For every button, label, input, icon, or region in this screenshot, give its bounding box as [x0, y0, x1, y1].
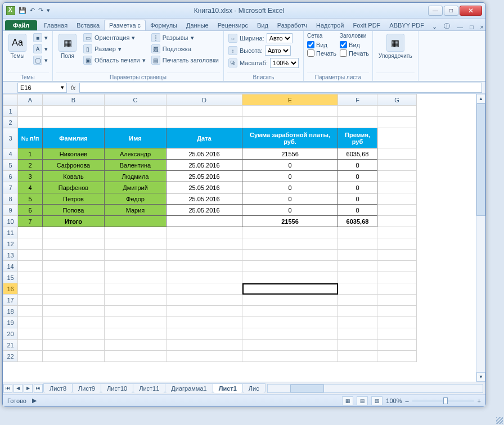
- cell-E5[interactable]: 0: [242, 160, 338, 171]
- tab-7[interactable]: Разработч: [273, 20, 312, 30]
- row-header-15[interactable]: 15: [3, 272, 18, 283]
- cell-B22[interactable]: [43, 351, 105, 362]
- zoom-slider[interactable]: [412, 400, 474, 402]
- minimize-button[interactable]: —: [428, 6, 443, 16]
- cell-B8[interactable]: Петров: [43, 193, 105, 205]
- cell-D21[interactable]: [166, 340, 242, 351]
- cell-B2[interactable]: [43, 117, 105, 128]
- tab-4[interactable]: Данные: [182, 20, 213, 30]
- vertical-scrollbar[interactable]: ▲ ▼: [476, 94, 485, 382]
- cell-C3[interactable]: Имя: [105, 128, 166, 148]
- cell-D18[interactable]: [166, 306, 242, 317]
- row-header-18[interactable]: 18: [3, 306, 18, 317]
- cell-E3[interactable]: Сумма заработной платы, руб.: [242, 128, 338, 148]
- cell-G1[interactable]: [377, 106, 417, 117]
- grid-area[interactable]: ABCDEFG123№ п/пФамилияИмяДатаСумма зараб…: [3, 94, 485, 382]
- row-header-12[interactable]: 12: [3, 238, 18, 250]
- cell-A18[interactable]: [18, 306, 43, 317]
- view-normal-button[interactable]: ▦: [342, 396, 353, 405]
- cell-E14[interactable]: [242, 261, 338, 272]
- cell-A13[interactable]: [18, 250, 43, 261]
- cell-G8[interactable]: [377, 193, 417, 205]
- cell-B21[interactable]: [43, 340, 105, 351]
- tab-5[interactable]: Рецензирс: [213, 20, 253, 30]
- cell-F10[interactable]: 6035,68: [338, 216, 377, 227]
- cell-F3[interactable]: Премия, руб: [338, 128, 377, 148]
- cell-A2[interactable]: [18, 117, 43, 128]
- width-select[interactable]: Авто: [267, 33, 292, 43]
- cell-B9[interactable]: Попова: [43, 205, 105, 216]
- cell-A6[interactable]: 3: [18, 171, 43, 182]
- row-header-17[interactable]: 17: [3, 295, 18, 306]
- headings-view-checkbox[interactable]: Вид: [340, 41, 369, 48]
- cell-E2[interactable]: [242, 117, 338, 128]
- cell-A9[interactable]: 6: [18, 205, 43, 216]
- cell-C21[interactable]: [105, 340, 166, 351]
- cell-B10[interactable]: Итого: [43, 216, 105, 227]
- vscroll-thumb[interactable]: [476, 103, 485, 216]
- row-header-4[interactable]: 4: [3, 148, 18, 160]
- cell-A12[interactable]: [18, 238, 43, 250]
- cell-E19[interactable]: [242, 317, 338, 328]
- cell-G3[interactable]: [377, 128, 417, 148]
- row-header-13[interactable]: 13: [3, 250, 18, 261]
- cell-D5[interactable]: 25.05.2016: [166, 160, 242, 171]
- breaks-button[interactable]: ┊Разрывы ▾: [150, 33, 220, 43]
- cell-G16[interactable]: [377, 283, 417, 295]
- cell-B4[interactable]: Николаев: [43, 148, 105, 160]
- cell-A15[interactable]: [18, 272, 43, 283]
- cell-B5[interactable]: Сафронова: [43, 160, 105, 171]
- row-header-16[interactable]: 16: [3, 283, 18, 295]
- cell-G2[interactable]: [377, 117, 417, 128]
- cell-C14[interactable]: [105, 261, 166, 272]
- cell-A7[interactable]: 4: [18, 182, 43, 193]
- cell-B11[interactable]: [43, 227, 105, 238]
- maximize-button[interactable]: □: [444, 6, 458, 16]
- cell-C7[interactable]: Дмитрий: [105, 182, 166, 193]
- cell-A19[interactable]: [18, 317, 43, 328]
- row-header-20[interactable]: 20: [3, 328, 18, 340]
- cell-E6[interactable]: 0: [242, 171, 338, 182]
- view-layout-button[interactable]: ▤: [357, 396, 368, 405]
- row-header-22[interactable]: 22: [3, 351, 18, 362]
- cell-F17[interactable]: [338, 295, 377, 306]
- sheet-tab-0[interactable]: Лист8: [43, 383, 73, 393]
- cell-F21[interactable]: [338, 340, 377, 351]
- sheet-tab-3[interactable]: Лист11: [133, 383, 165, 393]
- cell-D11[interactable]: [166, 227, 242, 238]
- sheet-nav-prev-icon[interactable]: ◀: [14, 384, 22, 393]
- cell-G4[interactable]: [377, 148, 417, 160]
- row-header-14[interactable]: 14: [3, 261, 18, 272]
- resize-grip-icon[interactable]: [496, 417, 503, 424]
- size-button[interactable]: ▯Размер ▾: [82, 44, 147, 54]
- cell-A3[interactable]: № п/п: [18, 128, 43, 148]
- row-header-6[interactable]: 6: [3, 171, 18, 182]
- cell-A21[interactable]: [18, 340, 43, 351]
- cell-C16[interactable]: [105, 283, 166, 295]
- cell-G19[interactable]: [377, 317, 417, 328]
- cell-E18[interactable]: [242, 306, 338, 317]
- sheet-nav-last-icon[interactable]: ⏭: [34, 384, 43, 393]
- sheet-tab-5[interactable]: Лист1: [213, 383, 243, 393]
- cell-C13[interactable]: [105, 250, 166, 261]
- cell-G12[interactable]: [377, 238, 417, 250]
- close-button[interactable]: ✕: [460, 6, 482, 16]
- row-header-7[interactable]: 7: [3, 182, 18, 193]
- cell-C5[interactable]: Валентина: [105, 160, 166, 171]
- cell-B13[interactable]: [43, 250, 105, 261]
- row-header-11[interactable]: 11: [3, 227, 18, 238]
- themes-button[interactable]: Aa Темы: [6, 33, 29, 60]
- zoom-out-button[interactable]: –: [405, 397, 408, 404]
- cell-A22[interactable]: [18, 351, 43, 362]
- select-all-corner[interactable]: [3, 94, 18, 106]
- cell-D14[interactable]: [166, 261, 242, 272]
- cell-F16[interactable]: [338, 283, 377, 295]
- row-header-3[interactable]: 3: [3, 128, 18, 148]
- cell-E8[interactable]: 0: [242, 193, 338, 205]
- inner-close-icon[interactable]: ×: [477, 24, 487, 30]
- cell-C19[interactable]: [105, 317, 166, 328]
- cell-F13[interactable]: [338, 250, 377, 261]
- cell-D19[interactable]: [166, 317, 242, 328]
- cell-A10[interactable]: 7: [18, 216, 43, 227]
- cell-B14[interactable]: [43, 261, 105, 272]
